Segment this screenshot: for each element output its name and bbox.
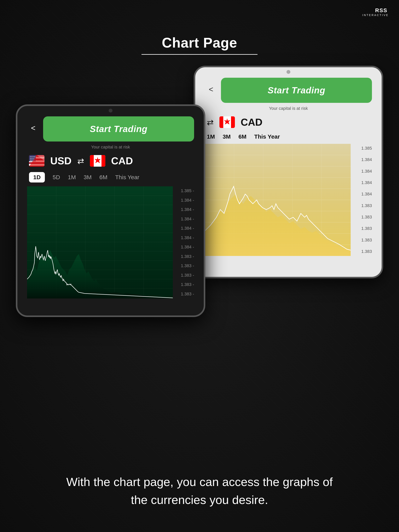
time-tabs-front: 1D 5D 1M 3M 6M This Year (27, 172, 194, 183)
tab-5d-front[interactable]: 5D (53, 174, 60, 181)
back-button-back[interactable]: < (205, 83, 217, 96)
page-title-section: Chart Page (141, 35, 258, 55)
usd-flag-front: ★★★★★ ★★★★ ★★★★★ (29, 155, 44, 167)
currency-cad-front: CAD (111, 155, 133, 167)
tab-thisyear-front[interactable]: This Year (115, 174, 139, 181)
time-tabs-back: 1M 3M 6M This Year (205, 133, 372, 140)
tab-1m-front[interactable]: 1M (68, 174, 76, 181)
canada-flag-back (219, 116, 235, 128)
back-button-front[interactable]: < (27, 122, 39, 134)
tab-1d-front[interactable]: 1D (29, 172, 45, 183)
swap-icon-front[interactable]: ⇄ (77, 156, 84, 166)
tablets-container: < Start Trading Your capital is at risk … (16, 66, 383, 336)
risk-text-back: Your capital is at risk (205, 106, 372, 111)
svg-rect-2 (231, 116, 235, 128)
tab-6m-back[interactable]: 6M (238, 133, 247, 140)
tab-3m-front[interactable]: 3M (83, 174, 92, 181)
chart-svg-front (27, 186, 173, 298)
chart-area-back: 1.385 1.384 1.384 1.384 1.384 1.383 1.38… (205, 144, 372, 256)
svg-rect-1 (219, 116, 223, 128)
tablet-front: < Start Trading Your capital is at risk (16, 104, 205, 317)
tablet-back: < Start Trading Your capital is at risk … (194, 66, 383, 278)
canada-flag-front (90, 155, 105, 167)
logo: RSS INTERACTIVE (362, 8, 387, 17)
title-underline (141, 54, 258, 55)
currency-cad-back: CAD (241, 116, 263, 128)
logo-subtext: INTERACTIVE (362, 13, 387, 17)
page-title: Chart Page (141, 35, 258, 51)
chart-svg-back (205, 144, 351, 256)
camera-notch-back (286, 70, 290, 74)
svg-rect-34 (101, 155, 105, 167)
start-trading-button-front[interactable]: Start Trading (43, 116, 194, 141)
chart-labels-front: 1.385 - 1.384 - 1.384 - 1.384 - 1.384 - … (173, 186, 194, 298)
tab-thisyear-back[interactable]: This Year (254, 133, 280, 140)
risk-text-front: Your capital is at risk (27, 145, 194, 150)
description-text: With the chart page, you can access the … (64, 473, 335, 509)
logo-text: RSS (362, 8, 387, 13)
currency-row-back: ⇄ CAD (205, 116, 372, 128)
camera-notch-front (109, 109, 113, 113)
currency-row-front: ★★★★★ ★★★★ ★★★★★ USD ⇄ (27, 155, 194, 167)
tab-6m-front[interactable]: 6M (99, 174, 108, 181)
start-trading-button-back[interactable]: Start Trading (221, 78, 372, 103)
currency-usd-front: USD (50, 155, 71, 167)
chart-labels-back: 1.385 1.384 1.384 1.384 1.384 1.383 1.38… (351, 144, 372, 256)
chart-area-front: 1.385 - 1.384 - 1.384 - 1.384 - 1.384 - … (27, 186, 194, 298)
tab-3m-back[interactable]: 3M (223, 133, 231, 140)
swap-icon-back[interactable]: ⇄ (207, 118, 214, 127)
svg-rect-33 (90, 155, 94, 167)
tab-1m-back[interactable]: 1M (207, 133, 215, 140)
